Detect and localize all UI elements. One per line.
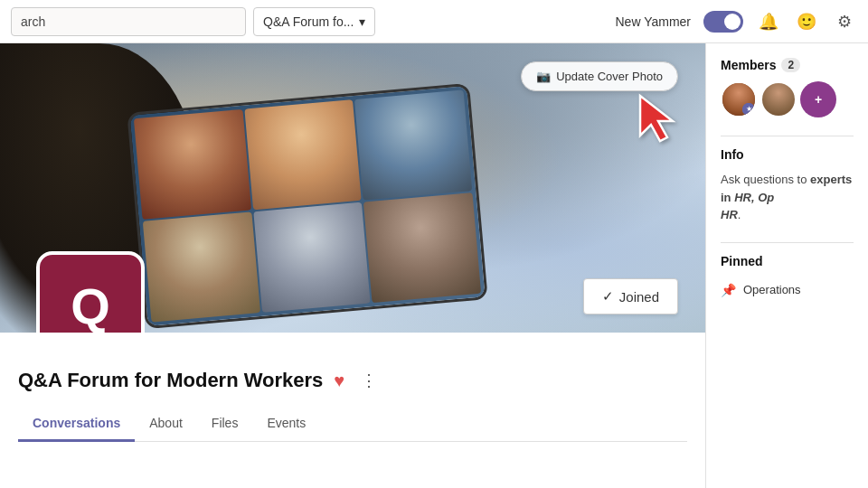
video-thumb-2	[244, 99, 362, 210]
notifications-icon[interactable]: 🔔	[756, 9, 781, 34]
sidebar-members-section: Members 2 ★ +	[721, 58, 854, 117]
divider-1	[721, 136, 854, 136]
video-thumb-4	[143, 211, 260, 322]
more-options-button[interactable]: ⋮	[355, 369, 382, 392]
pinned-item[interactable]: 📌 Operations	[721, 277, 854, 303]
search-input[interactable]	[11, 7, 246, 36]
update-cover-label: Update Cover Photo	[556, 70, 663, 83]
avatar-1[interactable]: ★	[721, 81, 757, 117]
cover-photo: 📷 Update Cover Photo ✓ Joined Q	[0, 43, 705, 333]
joined-button[interactable]: ✓ Joined	[583, 278, 678, 314]
tab-conversations[interactable]: Conversations	[18, 407, 135, 442]
avatar-3[interactable]: +	[800, 81, 836, 117]
group-title: Q&A Forum for Modern Workers	[18, 369, 323, 392]
video-thumb-6	[363, 192, 481, 303]
center-content: 📷 Update Cover Photo ✓ Joined Q Q&	[0, 43, 705, 488]
video-thumb-5	[253, 202, 371, 313]
group-initial: Q	[71, 277, 110, 333]
members-count: 2	[781, 58, 800, 72]
topbar: Q&A Forum fo... ▾ New Yammer 🔔 🙂 ⚙	[0, 0, 868, 43]
info-heading: Info	[721, 147, 854, 162]
svg-marker-0	[640, 96, 673, 141]
sidebar: Members 2 ★ + Info Ask	[705, 43, 868, 488]
topbar-right: New Yammer 🔔 🙂 ⚙	[615, 9, 857, 34]
chevron-down-icon: ▾	[359, 14, 365, 29]
camera-icon: 📷	[536, 70, 551, 83]
group-icon: Q	[36, 251, 145, 333]
pin-icon: 📌	[721, 283, 736, 297]
breadcrumb-label: Q&A Forum fo...	[263, 14, 354, 29]
new-yammer-toggle[interactable]	[703, 11, 743, 33]
tabs: Conversations About Files Events	[18, 407, 687, 442]
emoji-icon[interactable]: 🙂	[794, 9, 819, 34]
sidebar-info-section: Info Ask questions to experts in HR, OpH…	[721, 147, 854, 224]
settings-icon[interactable]: ⚙	[832, 9, 857, 34]
tab-files[interactable]: Files	[197, 407, 253, 442]
breadcrumb-dropdown[interactable]: Q&A Forum fo... ▾	[253, 7, 375, 36]
sidebar-pinned-section: Pinned 📌 Operations	[721, 254, 854, 303]
tablet-visual	[127, 83, 487, 329]
info-label: Info	[721, 147, 744, 162]
video-thumb-1	[134, 109, 251, 220]
members-label: Members	[721, 58, 776, 72]
group-title-row: Q&A Forum for Modern Workers ♥ ⋮	[18, 369, 687, 392]
info-text: Ask questions to experts in HR, OpHR.	[721, 171, 854, 224]
main-layout: 📷 Update Cover Photo ✓ Joined Q Q&	[0, 43, 868, 488]
pinned-heading: Pinned	[721, 254, 854, 268]
pinned-label: Pinned	[721, 254, 763, 268]
member-avatars: ★ +	[721, 81, 854, 117]
members-heading: Members 2	[721, 58, 854, 72]
checkmark-icon: ✓	[602, 288, 614, 305]
divider-2	[721, 242, 854, 243]
joined-label: Joined	[619, 289, 659, 305]
tab-about[interactable]: About	[135, 407, 197, 442]
tablet-screen	[130, 86, 486, 326]
tab-events[interactable]: Events	[252, 407, 320, 442]
avatar-2[interactable]	[760, 81, 797, 117]
video-thumb-3	[354, 89, 472, 200]
like-button[interactable]: ♥	[334, 371, 344, 391]
group-info: Q&A Forum for Modern Workers ♥ ⋮ Convers…	[0, 333, 705, 442]
pinned-item-label: Operations	[743, 283, 801, 296]
update-cover-photo-button[interactable]: 📷 Update Cover Photo	[521, 61, 678, 91]
new-yammer-label: New Yammer	[615, 14, 691, 29]
